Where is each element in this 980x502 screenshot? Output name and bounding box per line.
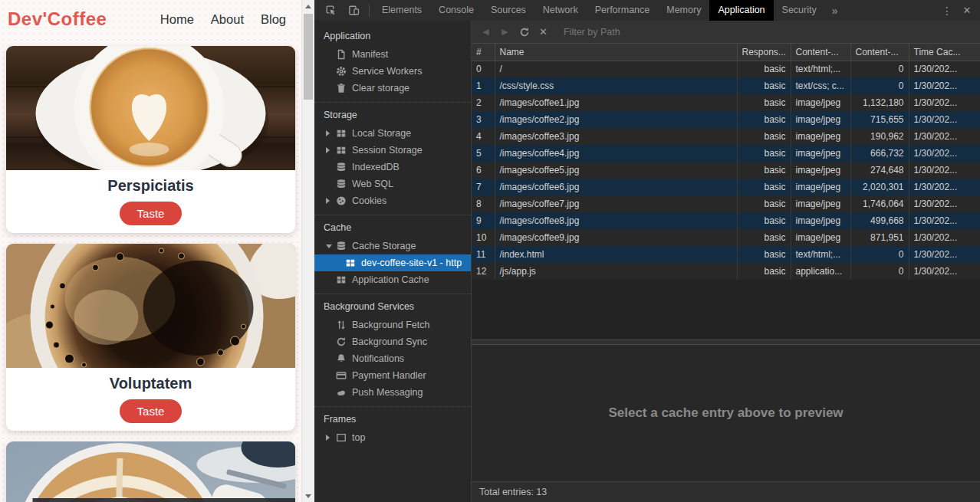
cache-table-container: # Name Respons... Content-... Content-..… [472, 44, 980, 340]
forward-icon[interactable]: ▶ [495, 21, 515, 44]
devtools-sidebar: ApplicationManifestService WorkersClear … [314, 21, 472, 502]
scroll-up-arrow-icon[interactable] [302, 0, 314, 12]
tab-performance[interactable]: Performance [587, 0, 659, 21]
table-cell: 1/30/202... [909, 263, 980, 280]
taste-button[interactable]: Taste [120, 399, 183, 423]
table-row[interactable]: 10/images/coffee9.jpgbasicimage/jpeg871,… [472, 229, 980, 246]
database-icon [336, 162, 347, 172]
sidebar-item-service-workers[interactable]: Service Workers [314, 63, 471, 80]
table-cell: /images/coffee1.jpg [495, 94, 737, 111]
menu-icon[interactable]: ⋮ [937, 5, 957, 17]
taste-button[interactable]: Taste [120, 202, 183, 225]
close-icon[interactable]: ✕ [957, 5, 980, 16]
tab-application[interactable]: Application [709, 0, 773, 21]
cache-status-bar: Total entries: 13 [472, 481, 980, 502]
tab-security[interactable]: Security [774, 0, 825, 21]
filter-by-path-input[interactable] [564, 27, 980, 38]
sidebar-item-dev-coffee-site-v1-http[interactable]: dev-coffee-site-v1 - http [314, 254, 471, 271]
table-row[interactable]: 0/basictext/html;...01/30/202... [472, 61, 980, 77]
sidebar-item-application-cache[interactable]: Application Cache [314, 271, 471, 288]
table-cell: 0 [850, 61, 909, 77]
coffee-card-title: Voluptatem [6, 374, 295, 392]
refresh-icon[interactable] [515, 21, 534, 44]
chevron-down-icon[interactable] [326, 244, 336, 248]
sidebar-item-session-storage[interactable]: Session Storage [314, 142, 471, 159]
sidebar-item-background-sync[interactable]: Background Sync [314, 333, 471, 350]
column-header-name[interactable]: Name [495, 44, 737, 61]
table-cell: /css/style.css [495, 77, 737, 94]
sidebar-item-cookies[interactable]: Cookies [314, 192, 471, 209]
table-cell: basic [737, 246, 791, 263]
sidebar-section: Framestop [314, 406, 471, 451]
sidebar-item-label: Service Workers [352, 66, 422, 77]
sidebar-item-web-sql[interactable]: Web SQL [314, 176, 471, 192]
sidebar-item-notifications[interactable]: Notifications [314, 350, 471, 367]
back-icon[interactable]: ◀ [476, 21, 495, 44]
sidebar-item-cache-storage[interactable]: Cache Storage [314, 238, 471, 254]
sidebar-item-indexeddb[interactable]: IndexedDB [314, 159, 471, 176]
sidebar-section-title: Frames [314, 407, 471, 429]
table-row[interactable]: 9/images/coffee8.jpgbasicimage/jpeg499,6… [472, 212, 980, 229]
sidebar-item-clear-storage[interactable]: Clear storage [314, 80, 471, 97]
device-toolbar-icon[interactable] [342, 0, 365, 21]
clear-icon[interactable]: ✕ [534, 21, 553, 44]
table-row[interactable]: 1/css/style.cssbasictext/css; c...01/30/… [472, 77, 980, 94]
table-cell: text/css; c... [791, 77, 850, 94]
table-cell: /images/coffee3.jpg [495, 128, 737, 145]
table-cell: image/jpeg [791, 179, 850, 195]
cache-table-body: 0/basictext/html;...01/30/202...1/css/st… [472, 61, 980, 280]
table-row[interactable]: 2/images/coffee1.jpgbasicimage/jpeg1,132… [472, 94, 980, 111]
file-icon [336, 49, 347, 60]
sidebar-item-background-fetch[interactable]: Background Fetch [314, 317, 471, 333]
chevron-right-icon[interactable] [326, 435, 336, 441]
sync-icon [336, 336, 347, 347]
sidebar-item-manifest[interactable]: Manifest [314, 46, 471, 63]
tab-network[interactable]: Network [534, 0, 587, 21]
cookie-icon [336, 195, 347, 206]
column-header-response-type[interactable]: Respons... [737, 44, 791, 61]
column-header-index[interactable]: # [472, 44, 495, 61]
sidebar-item-push-messaging[interactable]: Push Messaging [314, 384, 471, 401]
column-header-content-type[interactable]: Content-... [791, 44, 850, 61]
panel-splitter[interactable] [472, 340, 980, 345]
chevron-right-icon[interactable] [326, 198, 336, 204]
table-row[interactable]: 5/images/coffee4.jpgbasicimage/jpeg666,7… [472, 145, 980, 162]
coffee-card-list: Perspiciatis Taste [0, 38, 301, 502]
tab-memory[interactable]: Memory [658, 0, 709, 21]
scrollbar-thumb[interactable] [304, 14, 313, 100]
table-cell: applicatio... [791, 263, 850, 280]
table-row[interactable]: 11/index.htmlbasictext/html;...01/30/202… [472, 246, 980, 263]
sidebar-item-top[interactable]: top [314, 429, 471, 446]
chevron-right-icon[interactable] [326, 147, 336, 153]
column-header-content-length[interactable]: Content-... [850, 44, 909, 61]
nav-link-blog[interactable]: Blog [261, 12, 286, 27]
table-row[interactable]: 3/images/coffee2.jpgbasicimage/jpeg715,6… [472, 111, 980, 128]
tab-console[interactable]: Console [430, 0, 482, 21]
table-cell: /images/coffee2.jpg [495, 111, 737, 128]
nav-link-home[interactable]: Home [160, 12, 194, 27]
tab-sources[interactable]: Sources [482, 0, 534, 21]
tab-elements[interactable]: Elements [373, 0, 430, 21]
chevron-right-icon[interactable] [326, 130, 336, 136]
page-scrollbar[interactable] [301, 0, 314, 502]
more-tabs-icon[interactable]: » [825, 5, 845, 17]
nav-link-about[interactable]: About [211, 12, 244, 27]
table-cell: 1,746,064 [850, 195, 909, 212]
coffee-card-body: Voluptatem Taste [6, 368, 295, 431]
table-row[interactable]: 8/images/coffee7.jpgbasicimage/jpeg1,746… [472, 195, 980, 212]
scroll-down-arrow-icon[interactable] [302, 490, 314, 502]
site-logo[interactable]: Dev'Coffee [8, 8, 107, 30]
frame-icon [336, 432, 347, 443]
column-header-time-cached[interactable]: Time Cac... [909, 44, 980, 61]
table-cell: /images/coffee4.jpg [495, 145, 737, 162]
table-row[interactable]: 6/images/coffee5.jpgbasicimage/jpeg274,6… [472, 162, 980, 179]
inspect-element-icon[interactable] [319, 0, 342, 21]
bell-icon [336, 353, 347, 364]
table-cell: 0 [850, 246, 909, 263]
sidebar-item-local-storage[interactable]: Local Storage [314, 125, 471, 142]
sidebar-item-payment-handler[interactable]: Payment Handler [314, 367, 471, 384]
table-row[interactable]: 4/images/coffee3.jpgbasicimage/jpeg190,9… [472, 128, 980, 145]
table-cell: 0 [850, 77, 909, 94]
table-row[interactable]: 12/js/app.jsbasicapplicatio...01/30/202.… [472, 263, 980, 280]
table-row[interactable]: 7/images/coffee6.jpgbasicimage/jpeg2,020… [472, 179, 980, 195]
